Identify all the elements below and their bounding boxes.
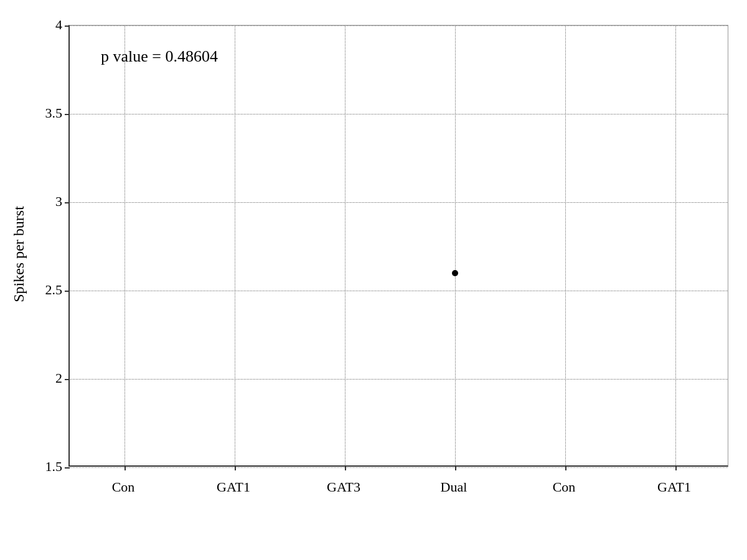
x-tick-mark-3 [455,465,456,470]
x-tick-label-con1: Con [112,479,135,495]
grid-line-v-2 [345,26,345,465]
y-tick-mark-2-5 [65,291,70,292]
y-tick-1-5: 1.5 [45,459,63,475]
grid-line-v-3 [455,26,456,465]
x-tick-label-gat1: GAT1 [217,479,250,495]
y-axis-title: Spikes per burst [11,161,27,348]
x-tick-mark-0 [125,465,126,470]
chart-container: Spikes per burst 4 3.5 3 2.5 2 1.5 [0,0,747,560]
grid-line-v-5 [675,26,676,465]
grid-line-h-3-5 [70,114,728,114]
grid-line-v-0 [125,26,125,465]
x-tick-mark-5 [675,465,677,470]
x-tick-mark-1 [235,465,236,470]
data-point-dual [452,270,458,276]
y-tick-3-5: 3.5 [45,105,63,121]
y-tick-mark-4 [65,26,70,27]
y-tick-mark-1-5 [65,467,70,469]
grid-line-h-4 [70,26,728,26]
grid-line-v-1 [235,26,235,465]
grid-line-h-2-5 [70,291,728,291]
x-tick-label-con2: Con [553,479,576,495]
y-tick-4: 4 [55,17,62,33]
grid-line-h-2 [70,379,728,380]
y-tick-2-5: 2.5 [45,282,63,298]
x-tick-mark-2 [345,465,346,470]
p-value-annotation: p value = 0.48604 [101,47,218,66]
x-tick-label-gat1b: GAT1 [657,479,691,495]
y-axis-labels: 4 3.5 3 2.5 2 1.5 [37,25,65,467]
y-tick-mark-3-5 [65,114,70,115]
x-tick-mark-4 [565,465,566,470]
x-tick-label-dual: Dual [441,479,467,495]
y-tick-3: 3 [55,194,62,210]
y-tick-mark-2 [65,379,70,380]
grid-line-h-3 [70,202,728,203]
grid-line-h-1-5 [70,467,728,468]
x-tick-label-gat3: GAT3 [327,479,360,495]
x-axis-labels: Con GAT1 GAT3 Dual Con GAT1 [68,473,728,504]
y-tick-2: 2 [55,370,62,386]
plot-area: p value = 0.48604 [68,25,728,467]
y-tick-mark-3 [65,202,70,203]
grid-line-v-4 [565,26,566,465]
